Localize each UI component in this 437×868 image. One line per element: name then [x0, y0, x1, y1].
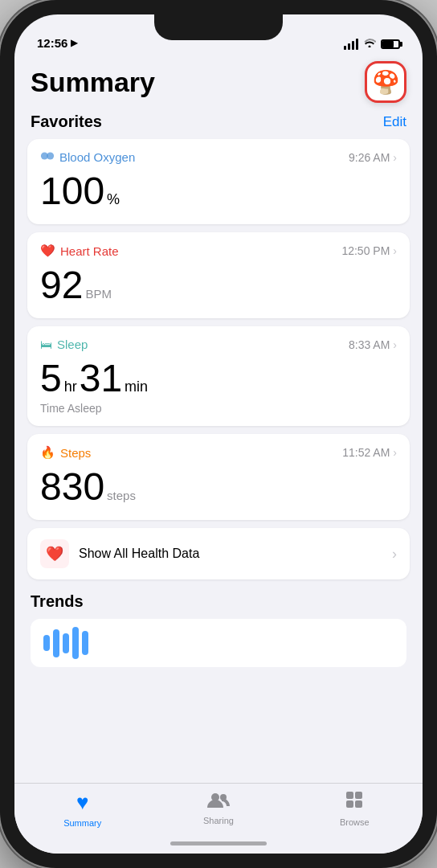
health-icon-box: ❤️ — [40, 539, 69, 568]
heart-rate-unit: BPM — [85, 287, 112, 301]
steps-value: 830 steps — [40, 465, 397, 509]
trends-chart[interactable] — [31, 619, 406, 667]
blood-oxygen-number: 100 — [40, 169, 104, 213]
heart-rate-value: 92 BPM — [40, 263, 397, 307]
status-icons — [344, 38, 400, 50]
sharing-tab-icon — [207, 790, 230, 813]
battery-icon — [381, 39, 400, 49]
sleep-label: 🛏 Sleep — [40, 338, 88, 351]
chart-bar-3 — [63, 633, 69, 653]
chevron-icon: › — [393, 338, 397, 351]
summary-tab-icon: ♥ — [76, 790, 88, 815]
tab-summary[interactable]: ♥ Summary — [14, 790, 150, 828]
wifi-icon — [363, 38, 376, 50]
show-all-chevron: › — [392, 546, 397, 563]
svg-rect-5 — [355, 792, 362, 799]
page-header: Summary 🍄 — [27, 55, 410, 113]
signal-bar-3 — [352, 41, 354, 50]
svg-rect-6 — [346, 800, 353, 808]
sleep-value: 5 hr 31 min — [40, 356, 397, 400]
blood-oxygen-card[interactable]: Blood Oxygen 9:26 AM › 100 % — [27, 139, 410, 224]
chevron-icon: › — [393, 151, 397, 164]
signal-bar-2 — [348, 43, 350, 50]
steps-label: 🔥 Steps — [40, 445, 91, 460]
sleep-sub-label: Time Asleep — [40, 402, 397, 415]
steps-card[interactable]: 🔥 Steps 11:52 AM › 830 steps — [27, 434, 410, 520]
heart-rate-label: ❤️ Heart Rate — [40, 244, 119, 258]
show-all-label: Show All Health Data — [79, 547, 382, 561]
svg-point-1 — [47, 153, 54, 160]
card-header: 🛏 Sleep 8:33 AM › — [40, 338, 397, 351]
heart-rate-card[interactable]: ❤️ Heart Rate 12:50 PM › 92 BPM — [27, 232, 410, 318]
steps-number: 830 — [40, 465, 104, 509]
sharing-tab-label: Sharing — [203, 816, 234, 825]
favorites-title: Favorites — [31, 113, 102, 131]
signal-bar-4 — [356, 39, 358, 50]
scroll-content[interactable]: Summary 🍄 Favorites Edit — [14, 55, 423, 783]
browse-tab-icon — [345, 790, 364, 814]
tab-browse[interactable]: Browse — [287, 790, 423, 827]
chevron-icon: › — [393, 244, 397, 257]
trends-section: Trends — [27, 592, 410, 667]
edit-button[interactable]: Edit — [383, 114, 406, 130]
sleep-min-unit: min — [125, 379, 148, 395]
profile-emoji: 🍄 — [372, 69, 400, 96]
steps-time: 11:52 AM › — [342, 446, 397, 459]
page-title: Summary — [31, 67, 155, 98]
time-display: 12:56 — [37, 36, 67, 50]
summary-tab-label: Summary — [63, 818, 101, 828]
health-heart-icon: ❤️ — [46, 545, 63, 563]
card-header: 🔥 Steps 11:52 AM › — [40, 445, 397, 460]
heart-rate-number: 92 — [40, 263, 83, 307]
blood-oxygen-time: 9:26 AM › — [349, 151, 397, 164]
sleep-time: 8:33 AM › — [349, 338, 397, 351]
chevron-icon: › — [393, 446, 397, 459]
sleep-card[interactable]: 🛏 Sleep 8:33 AM › 5 hr 31 min Time Aslee… — [27, 326, 410, 426]
blood-oxygen-icon — [40, 150, 55, 164]
profile-icon[interactable]: 🍄 — [365, 61, 406, 103]
steps-text: Steps — [60, 446, 91, 460]
blood-oxygen-label: Blood Oxygen — [40, 150, 135, 164]
sleep-minutes-number: 31 — [80, 356, 122, 400]
favorites-section-header: Favorites Edit — [27, 113, 410, 131]
chart-bar-1 — [43, 635, 50, 651]
svg-rect-7 — [355, 800, 362, 808]
battery-fill — [382, 41, 394, 47]
trends-title: Trends — [31, 592, 406, 611]
browse-tab-label: Browse — [340, 817, 370, 827]
sleep-hours-number: 5 — [40, 356, 62, 400]
heart-rate-text: Heart Rate — [60, 244, 119, 258]
location-icon: ▶ — [71, 38, 77, 48]
blood-oxygen-text: Blood Oxygen — [59, 150, 135, 164]
tab-sharing[interactable]: Sharing — [150, 790, 286, 825]
signal-bars — [344, 39, 358, 50]
blood-oxygen-unit: % — [107, 191, 120, 208]
home-indicator — [170, 841, 267, 845]
heart-rate-time: 12:50 PM › — [341, 244, 397, 257]
chart-bar-2 — [53, 629, 59, 657]
screen: 12:56 ▶ — [14, 14, 423, 854]
sleep-hr-unit: hr — [64, 379, 77, 395]
sleep-icon: 🛏 — [40, 338, 52, 351]
sleep-text: Sleep — [57, 338, 88, 351]
card-header: Blood Oxygen 9:26 AM › — [40, 150, 397, 164]
signal-bar-1 — [344, 46, 346, 50]
heart-icon: ❤️ — [40, 244, 55, 258]
show-all-health-card[interactable]: ❤️ Show All Health Data › — [27, 528, 410, 579]
chart-bar-4 — [72, 627, 79, 659]
steps-unit: steps — [107, 489, 136, 502]
chart-bar-5 — [82, 631, 88, 655]
status-time: 12:56 ▶ — [37, 36, 77, 50]
blood-oxygen-value: 100 % — [40, 169, 397, 213]
svg-rect-4 — [346, 792, 353, 799]
card-header: ❤️ Heart Rate 12:50 PM › — [40, 244, 397, 258]
notch — [154, 14, 283, 40]
steps-icon: 🔥 — [40, 445, 55, 460]
phone-frame: 12:56 ▶ — [0, 0, 437, 868]
